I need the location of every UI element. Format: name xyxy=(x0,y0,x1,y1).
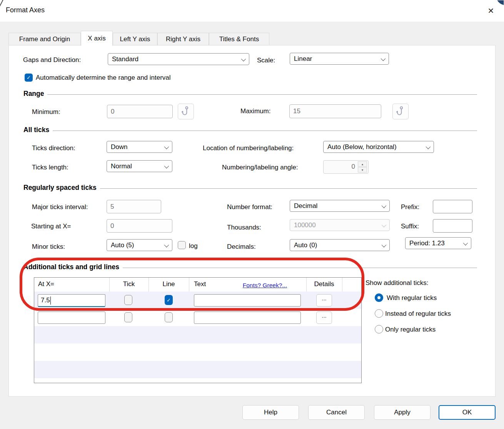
scale-label: Scale: xyxy=(257,57,275,64)
location-numbering-select[interactable]: Auto (Below, horizontal) xyxy=(323,141,434,153)
scale-select[interactable]: Linear xyxy=(290,53,389,65)
chevron-down-icon xyxy=(426,144,431,149)
at-x-input-row2[interactable] xyxy=(38,312,105,324)
tab-right-y-axis[interactable]: Right Y axis xyxy=(157,33,209,45)
divider xyxy=(123,268,477,268)
period-select[interactable]: Period: 1.23 xyxy=(405,237,471,249)
cancel-button[interactable]: Cancel xyxy=(308,405,365,420)
title-bar: Format Axes ✕ xyxy=(0,0,504,22)
suffix-label: Suffix: xyxy=(401,223,419,230)
tick-checkbox-row1[interactable] xyxy=(124,295,132,305)
group-title: Regularly spaced ticks xyxy=(23,184,97,192)
radio-label-with-regular-ticks[interactable]: With regular ticks xyxy=(387,294,437,302)
spinner-down-button[interactable]: ▼ xyxy=(358,167,367,173)
gaps-direction-value: Standard xyxy=(112,55,139,63)
auto-range-label: Automatically determine the range and in… xyxy=(36,74,171,82)
at-x-input-row1[interactable]: 7.5 xyxy=(38,294,105,307)
group-title: All ticks xyxy=(23,126,49,134)
line-checkbox-row2[interactable] xyxy=(165,312,173,322)
ok-button[interactable]: OK xyxy=(439,405,496,420)
starting-at-label: Starting at X= xyxy=(31,223,71,230)
ticks-direction-label: Ticks direction: xyxy=(32,144,75,152)
minor-ticks-select[interactable]: Auto (5) xyxy=(107,239,172,251)
ellipsis-icon: ... xyxy=(322,295,327,302)
decimals-value: Auto (0) xyxy=(294,241,317,249)
at-x-value: 7.5 xyxy=(41,297,50,304)
checkmark-icon: ✓ xyxy=(27,75,31,80)
maximum-input[interactable]: 15 xyxy=(289,104,381,118)
dialog-title: Format Axes xyxy=(6,6,45,14)
number-format-label: Number format: xyxy=(227,203,272,211)
hook-minimum-button[interactable] xyxy=(178,104,194,119)
tab-x-axis[interactable]: X axis xyxy=(81,31,113,46)
thousands-value: 100000 xyxy=(294,221,316,229)
major-ticks-input[interactable]: 5 xyxy=(107,200,161,213)
tab-frame-and-origin[interactable]: Frame and Origin xyxy=(8,33,81,45)
regular-ticks-group-heading: Regularly spaced ticks xyxy=(23,184,477,192)
up-arrow-icon: ▲ xyxy=(361,163,364,166)
button-label: OK xyxy=(462,409,472,416)
group-title: Additional ticks and grid lines xyxy=(23,263,119,271)
close-icon: ✕ xyxy=(488,6,494,15)
numbering-angle-spinner[interactable]: 0 ▲ ▼ xyxy=(323,160,369,174)
divider xyxy=(47,94,477,95)
suffix-input[interactable] xyxy=(433,219,472,233)
starting-at-input[interactable]: 0 xyxy=(107,219,172,233)
chevron-down-icon xyxy=(164,243,169,248)
radio-with-regular-ticks[interactable] xyxy=(375,293,383,302)
cursor-artifact-top-left xyxy=(0,0,4,9)
checkmark-icon: ✓ xyxy=(167,297,171,303)
log-checkbox[interactable] xyxy=(178,241,186,249)
starting-at-value: 0 xyxy=(110,222,114,230)
hook-maximum-button[interactable] xyxy=(392,104,409,119)
ticks-length-select[interactable]: Normal xyxy=(107,160,172,172)
minor-ticks-value: Auto (5) xyxy=(111,241,134,249)
gaps-direction-select[interactable]: Standard xyxy=(108,53,249,65)
text-input-row2[interactable] xyxy=(194,312,301,324)
fishhook-icon xyxy=(182,106,190,117)
help-button[interactable]: Help xyxy=(242,405,299,420)
decimals-select[interactable]: Auto (0) xyxy=(290,239,390,251)
chevron-down-icon xyxy=(382,223,387,228)
major-ticks-value: 5 xyxy=(110,203,114,211)
major-ticks-label: Major ticks interval: xyxy=(32,203,88,211)
radio-only-regular-ticks[interactable] xyxy=(375,325,383,333)
tab-label: Right Y axis xyxy=(166,35,200,43)
close-button[interactable]: ✕ xyxy=(484,5,498,17)
tab-left-y-axis[interactable]: Left Y axis xyxy=(113,33,157,45)
minimum-input[interactable]: 0 xyxy=(107,105,173,118)
details-button-row2[interactable]: ... xyxy=(316,312,332,324)
tab-label: Left Y axis xyxy=(120,35,150,43)
tick-checkbox-row2[interactable] xyxy=(124,312,132,322)
divider xyxy=(100,188,477,189)
tab-label: Frame and Origin xyxy=(19,35,70,43)
minor-ticks-label: Minor ticks: xyxy=(32,243,65,251)
tab-label: Titles & Fonts xyxy=(219,35,259,43)
column-header-at-x: At X= xyxy=(38,280,54,288)
chevron-down-icon xyxy=(381,56,386,61)
radio-instead-of-regular-ticks[interactable] xyxy=(375,309,383,318)
tab-titles-fonts[interactable]: Titles & Fonts xyxy=(209,33,269,45)
column-divider xyxy=(189,278,189,292)
thousands-select[interactable]: 100000 xyxy=(290,219,390,231)
line-checkbox-row1[interactable]: ✓ xyxy=(165,295,173,305)
auto-range-checkbox[interactable]: ✓ xyxy=(25,74,33,82)
number-format-value: Decimal xyxy=(294,202,317,210)
details-button-row1[interactable]: ... xyxy=(316,294,332,307)
tab-label: X axis xyxy=(88,35,105,42)
spinner-up-button[interactable]: ▲ xyxy=(358,161,367,167)
number-format-select[interactable]: Decimal xyxy=(290,200,390,212)
radio-label-only-regular-ticks[interactable]: Only regular ticks xyxy=(385,326,436,333)
decimals-label: Decimals: xyxy=(227,243,256,251)
period-value: Period: 1.23 xyxy=(409,240,445,247)
radio-label-instead-of-regular-ticks[interactable]: Instead of regular ticks xyxy=(385,310,451,318)
fonts-greek-link[interactable]: Fonts? Greek?... xyxy=(229,282,300,289)
numbering-angle-label: Numbering/labeling angle: xyxy=(222,164,298,171)
ticks-direction-select[interactable]: Down xyxy=(107,141,172,153)
text-input-row1[interactable] xyxy=(194,294,301,307)
text-caret xyxy=(50,297,51,305)
prefix-input[interactable] xyxy=(433,200,472,213)
numbering-angle-value: 0 xyxy=(352,163,355,171)
show-additional-ticks-label: Show additional ticks: xyxy=(365,279,428,287)
apply-button[interactable]: Apply xyxy=(374,405,431,420)
